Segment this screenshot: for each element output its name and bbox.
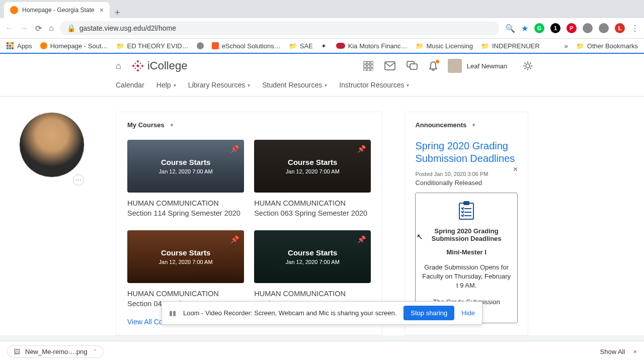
- url-box[interactable]: 🔒 gastate.view.usg.edu/d2l/home: [60, 21, 499, 35]
- svg-rect-32: [463, 201, 469, 205]
- svg-point-15: [140, 63, 141, 64]
- downloads-bar: 🖼 New_Me-remo….png ⌃ Show All ×: [0, 341, 644, 362]
- nav-student[interactable]: Student Resources▾: [262, 81, 327, 89]
- stop-sharing-button[interactable]: Stop sharing: [404, 306, 454, 320]
- forward-icon[interactable]: →: [20, 24, 28, 33]
- chevron-down-icon: ▾: [248, 82, 250, 88]
- main-content: My Courses ▾ 📌 Course Starts Jan 12, 202…: [0, 97, 644, 335]
- reload-icon[interactable]: ⟳: [35, 24, 42, 33]
- new-tab-button[interactable]: +: [110, 8, 125, 18]
- show-all-downloads[interactable]: Show All: [600, 348, 625, 355]
- svg-point-14: [135, 63, 136, 64]
- ext-g-icon[interactable]: [583, 23, 593, 33]
- svg-rect-5: [12, 45, 14, 47]
- nav-help[interactable]: Help▾: [156, 81, 176, 89]
- bookmark-item[interactable]: ✦: [321, 42, 328, 49]
- bookmark-item[interactable]: Homepage - Sout…: [40, 42, 108, 50]
- panel-heading[interactable]: Announcements ▾: [415, 121, 518, 129]
- bookmark-item[interactable]: 📁ED THEORY EVID…: [116, 42, 189, 50]
- course-thumbnail: 📌 Course Starts Jan 12, 2020 7:00 AM: [127, 140, 244, 193]
- svg-rect-27: [385, 62, 395, 70]
- bookmark-item[interactable]: eSchool Solutions…: [212, 42, 281, 50]
- chat-icon[interactable]: [407, 61, 418, 71]
- bookmark-item[interactable]: 📁Music Licensing: [416, 42, 473, 50]
- profile-avatar-large[interactable]: [19, 112, 85, 177]
- bookmark-item[interactable]: [197, 42, 204, 49]
- page-content: ⋯ ⌂ iCollege Leaf Newman Calendar Help▾ …: [0, 54, 644, 335]
- downloads-close-icon[interactable]: ×: [633, 348, 637, 355]
- chevron-down-icon: ▾: [325, 82, 327, 88]
- folder-icon: 📁: [416, 42, 424, 50]
- kebab-menu-icon[interactable]: ⋮: [631, 24, 639, 33]
- kia-favicon: [336, 43, 345, 49]
- svg-rect-4: [9, 45, 11, 47]
- course-card[interactable]: 📌 Course Starts Jan 12, 2020 7:00 AM HUM…: [127, 230, 244, 309]
- clipboard-icon: [456, 200, 476, 220]
- bookmark-overflow[interactable]: »: [565, 42, 568, 50]
- pin-icon[interactable]: 📌: [357, 145, 366, 153]
- tab-close-icon[interactable]: ×: [100, 6, 104, 14]
- course-card[interactable]: 📌 Course Starts Jan 12, 2020 7:00 AM HUM…: [254, 230, 371, 309]
- nav-instructor[interactable]: Instructor Resources▾: [339, 81, 409, 89]
- pin-icon[interactable]: 📌: [230, 145, 239, 153]
- user-menu[interactable]: Leaf Newman: [448, 59, 507, 73]
- image-file-icon: 🖼: [14, 348, 20, 355]
- profile-avatar-icon[interactable]: L: [615, 23, 625, 33]
- ext-badge-icon[interactable]: 1: [550, 23, 560, 33]
- pin-icon[interactable]: 📌: [230, 235, 239, 243]
- nav-library[interactable]: Library Resources▾: [188, 81, 251, 89]
- download-item[interactable]: 🖼 New_Me-remo….png ⌃: [7, 345, 104, 358]
- svg-rect-24: [364, 68, 366, 71]
- notification-icon[interactable]: [429, 61, 438, 71]
- gear-icon[interactable]: [522, 60, 533, 71]
- svg-rect-3: [7, 45, 9, 47]
- bookmark-item[interactable]: 📁SAE: [289, 42, 313, 50]
- hide-button[interactable]: Hide: [461, 309, 475, 317]
- main-nav: Calendar Help▾ Library Resources▾ Studen…: [0, 78, 644, 97]
- svg-point-9: [137, 60, 139, 62]
- course-card[interactable]: 📌 Course Starts Jan 12, 2020 7:00 AM HUM…: [254, 140, 371, 218]
- bookmark-item[interactable]: Kia Motors Financ…: [336, 42, 408, 50]
- mail-icon[interactable]: [384, 61, 395, 70]
- addr-right-icons: 🔍 ★ G 1 P L ⋮: [505, 23, 639, 33]
- ext-pinterest-icon[interactable]: P: [567, 23, 577, 33]
- pin-icon[interactable]: 📌: [357, 235, 366, 243]
- nav-calendar[interactable]: Calendar: [116, 81, 144, 89]
- ext-circle-icon[interactable]: [599, 23, 609, 33]
- lock-icon: 🔒: [67, 24, 75, 32]
- panel-heading[interactable]: My Courses ▾: [127, 121, 371, 129]
- home-icon[interactable]: ⌂: [49, 24, 54, 33]
- tab-bar: Homepage - Georgia State × +: [0, 0, 644, 18]
- avatar-more-button[interactable]: ⋯: [73, 174, 84, 186]
- star-icon[interactable]: ★: [521, 24, 528, 33]
- svg-point-11: [141, 65, 143, 67]
- svg-point-17: [140, 68, 141, 69]
- home-icon[interactable]: ⌂: [116, 61, 121, 71]
- browser-tab[interactable]: Homepage - Georgia State ×: [4, 2, 110, 18]
- tab-title: Homepage - Georgia State: [22, 7, 94, 14]
- course-thumbnail: 📌 Course Starts Jan 12, 2020 7:00 AM: [254, 140, 371, 193]
- back-icon[interactable]: ←: [5, 24, 13, 33]
- announcement-title-link[interactable]: Spring 2020 Grading Submission Deadlines: [415, 140, 518, 165]
- zoom-icon[interactable]: 🔍: [505, 24, 515, 33]
- waffle-icon[interactable]: [363, 61, 373, 71]
- course-title: HUMAN COMMUNICATION Section 114 Spring S…: [127, 199, 244, 218]
- bookmarks-bar: Apps Homepage - Sout… 📁ED THEORY EVID… e…: [0, 39, 644, 54]
- other-bookmarks[interactable]: 📁Other Bookmarks: [576, 42, 638, 50]
- svg-point-13: [136, 65, 139, 67]
- header-icons: [363, 61, 438, 71]
- apps-shortcut[interactable]: Apps: [6, 42, 32, 50]
- ext-grammarly-icon[interactable]: G: [534, 23, 544, 33]
- user-avatar-icon: [448, 59, 462, 73]
- folder-icon: 📁: [576, 42, 584, 50]
- course-card[interactable]: 📌 Course Starts Jan 12, 2020 7:00 AM HUM…: [127, 140, 244, 218]
- brand-logo[interactable]: iCollege: [131, 59, 188, 72]
- share-indicator-icon: ▮▮: [169, 309, 176, 317]
- download-filename: New_Me-remo….png: [25, 348, 88, 355]
- course-title: HUMAN COMMUNICATION Section 063 Spring S…: [254, 199, 371, 218]
- svg-rect-6: [7, 47, 9, 49]
- bookmark-item[interactable]: 📁INDEPRENUER: [481, 42, 540, 50]
- svg-rect-0: [7, 42, 9, 44]
- chevron-up-icon[interactable]: ⌃: [93, 348, 97, 355]
- announcement-close-icon[interactable]: ×: [513, 165, 518, 174]
